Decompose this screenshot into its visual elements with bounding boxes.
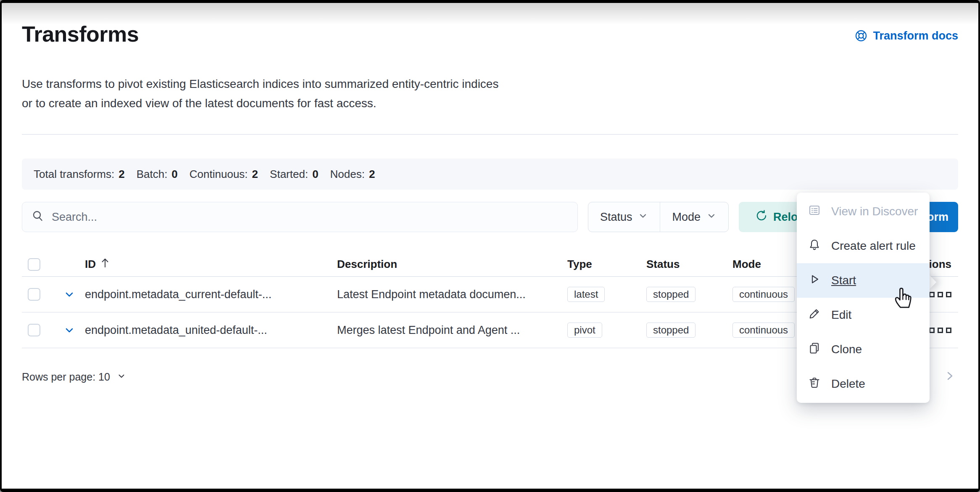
chevron-down-icon bbox=[117, 371, 126, 383]
rows-per-page-label: Rows per page: 10 bbox=[22, 371, 110, 383]
copy-icon bbox=[808, 341, 821, 358]
mode-badge: continuous bbox=[732, 323, 795, 338]
stat-batch: Batch:0 bbox=[137, 168, 178, 181]
next-page-chevron-icon[interactable] bbox=[944, 370, 956, 384]
row-checkbox[interactable] bbox=[28, 288, 40, 301]
type-badge: pivot bbox=[567, 323, 602, 338]
type-badge: latest bbox=[567, 287, 605, 302]
stat-continuous: Continuous:2 bbox=[190, 168, 258, 181]
status-filter-button[interactable]: Status bbox=[588, 202, 660, 232]
mode-filter-label: Mode bbox=[672, 211, 701, 224]
menu-item-label: Start bbox=[831, 274, 856, 287]
mode-filter-button[interactable]: Mode bbox=[660, 202, 728, 232]
status-badge: stopped bbox=[646, 287, 695, 302]
chevron-down-icon bbox=[638, 211, 648, 224]
expand-row-button[interactable] bbox=[54, 324, 85, 336]
trash-icon bbox=[808, 376, 821, 392]
menu-item-delete[interactable]: Delete bbox=[797, 367, 930, 401]
menu-item-create-alert-rule[interactable]: Create alert rule bbox=[797, 229, 930, 263]
menu-item-label: Clone bbox=[831, 343, 862, 356]
stat-total: Total transforms:2 bbox=[34, 168, 125, 181]
stat-started: Started:0 bbox=[270, 168, 319, 181]
menu-item-label: Edit bbox=[831, 308, 851, 322]
help-lifering-icon bbox=[854, 29, 868, 42]
menu-item-start[interactable]: Start bbox=[797, 263, 930, 298]
status-filter-label: Status bbox=[600, 211, 632, 224]
column-header-status[interactable]: Status bbox=[646, 258, 732, 271]
transform-description: Latest Endpoint metadata documen... bbox=[337, 288, 567, 301]
bell-icon bbox=[808, 238, 821, 254]
menu-item-label: Create alert rule bbox=[831, 239, 916, 253]
play-icon bbox=[808, 272, 821, 289]
row-actions-button[interactable] bbox=[929, 292, 951, 297]
search-box bbox=[22, 202, 578, 232]
expand-row-button[interactable] bbox=[54, 288, 85, 300]
refresh-icon bbox=[756, 210, 767, 225]
search-input[interactable] bbox=[52, 211, 568, 224]
actions-context-menu: View in Discover Create alert rule bbox=[797, 193, 930, 403]
page-description: Use transforms to pivot existing Elastic… bbox=[22, 74, 652, 113]
divider bbox=[22, 134, 958, 135]
column-header-type[interactable]: Type bbox=[567, 258, 646, 271]
stat-nodes: Nodes:2 bbox=[330, 168, 375, 181]
transform-id: endpoint.metadata_current-default-... bbox=[85, 288, 337, 301]
search-icon bbox=[32, 210, 44, 224]
transform-docs-link[interactable]: Transform docs bbox=[854, 29, 958, 42]
menu-item-label: Delete bbox=[831, 377, 865, 391]
discover-icon bbox=[808, 204, 821, 220]
description-line-2: or to create an indexed view of the late… bbox=[22, 97, 377, 110]
row-actions-button[interactable] bbox=[929, 328, 951, 333]
column-header-id[interactable]: ID bbox=[85, 257, 337, 271]
select-all-checkbox[interactable] bbox=[28, 258, 40, 271]
transform-id: endpoint.metadata_united-default-... bbox=[85, 324, 337, 337]
menu-item-label: View in Discover bbox=[831, 205, 918, 218]
filter-group: Status Mode bbox=[588, 202, 729, 232]
mode-badge: continuous bbox=[732, 287, 795, 302]
chevron-down-icon bbox=[706, 211, 717, 224]
stats-bar: Total transforms:2 Batch:0 Continuous:2 … bbox=[22, 159, 958, 190]
menu-item-clone[interactable]: Clone bbox=[797, 332, 930, 367]
row-checkbox[interactable] bbox=[28, 324, 40, 336]
transform-docs-label: Transform docs bbox=[873, 29, 958, 42]
page-header: Transforms Transform docs bbox=[22, 21, 958, 47]
app-window: Transforms Transform docs Use transfor bbox=[0, 0, 980, 492]
menu-item-view-in-discover: View in Discover bbox=[797, 194, 930, 229]
status-badge: stopped bbox=[646, 323, 695, 338]
transform-description: Merges latest Endpoint and Agent ... bbox=[337, 324, 567, 337]
popover-panel: View in Discover Create alert rule bbox=[797, 193, 930, 403]
column-header-description[interactable]: Description bbox=[337, 258, 567, 271]
page-title: Transforms bbox=[22, 21, 139, 47]
sort-ascending-icon bbox=[100, 257, 110, 271]
pencil-icon bbox=[808, 307, 821, 323]
description-line-1: Use transforms to pivot existing Elastic… bbox=[22, 77, 498, 90]
menu-item-edit[interactable]: Edit bbox=[797, 298, 930, 332]
rows-per-page-button[interactable]: Rows per page: 10 bbox=[22, 371, 126, 383]
